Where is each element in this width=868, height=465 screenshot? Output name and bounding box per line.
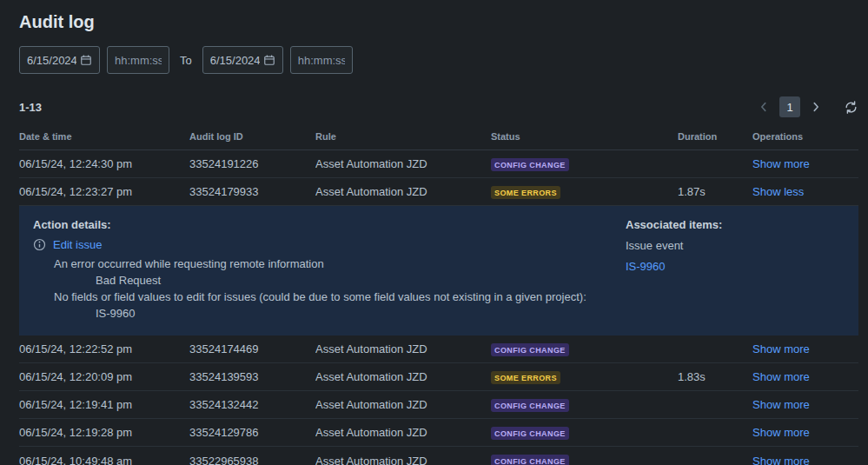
refresh-icon[interactable] <box>844 100 858 115</box>
calendar-icon[interactable] <box>263 54 275 66</box>
show-more-link[interactable]: Show more <box>752 398 810 411</box>
page-title: Audit log <box>19 12 858 32</box>
cell-datetime: 06/15/24, 12:24:30 pm <box>19 157 189 170</box>
audit-log-page: Audit log To 1-13 1 <box>0 0 868 465</box>
cell-rule: Asset Automation JZD <box>315 185 491 198</box>
status-badge: CONFIG CHANGE <box>491 455 569 465</box>
header-date-time: Date & time <box>19 131 189 142</box>
show-more-link[interactable]: Show more <box>752 455 810 465</box>
page-number-button[interactable]: 1 <box>779 96 800 117</box>
cell-duration: 1.83s <box>678 370 752 383</box>
cell-audit-log-id: 33524174469 <box>189 342 315 355</box>
cell-datetime: 06/15/24, 12:22:52 pm <box>19 342 189 355</box>
table-row: 06/15/24, 12:20:09 pm 33524139593 Asset … <box>19 363 858 391</box>
cell-rule: Asset Automation JZD <box>315 398 491 411</box>
cell-datetime: 06/15/24, 12:19:41 pm <box>19 398 189 411</box>
cell-datetime: 06/15/24, 12:19:28 pm <box>19 426 189 439</box>
status-badge: CONFIG CHANGE <box>491 427 569 440</box>
chevron-left-icon[interactable] <box>753 96 774 117</box>
error-message-line: No fields or field values to edit for is… <box>54 289 586 305</box>
cell-rule: Asset Automation JZD <box>315 455 491 465</box>
cell-operations: Show more <box>752 426 858 439</box>
cell-rule: Asset Automation JZD <box>315 342 491 355</box>
calendar-icon[interactable] <box>80 54 92 66</box>
cell-rule: Asset Automation JZD <box>315 157 491 170</box>
to-label: To <box>176 54 195 67</box>
cell-audit-log-id: 33522965938 <box>189 455 315 465</box>
table-row: 06/15/24, 12:22:52 pm 33524174469 Asset … <box>19 335 858 363</box>
table-row: 06/15/24, 12:19:41 pm 33524132442 Asset … <box>19 391 858 419</box>
to-date-input[interactable] <box>210 54 260 67</box>
from-time-field[interactable] <box>107 46 169 74</box>
results-pagination-row: 1-13 1 <box>19 96 858 117</box>
status-badge: CONFIG CHANGE <box>491 343 569 356</box>
header-status: Status <box>491 131 678 142</box>
from-time-input[interactable] <box>115 54 162 67</box>
date-filter-row: To <box>19 46 858 74</box>
header-duration: Duration <box>678 131 752 142</box>
cell-audit-log-id: 33524179933 <box>189 185 315 198</box>
action-details-label: Action details: <box>33 218 586 231</box>
status-badge: SOME ERRORS <box>491 186 560 199</box>
cell-operations: Show more <box>752 398 858 411</box>
cell-rule: Asset Automation JZD <box>315 426 491 439</box>
row-detail-panel: Action details: Edit issue An error occu… <box>19 206 858 335</box>
cell-status: CONFIG CHANGE <box>491 426 678 440</box>
action-row: Edit issue <box>33 238 586 251</box>
show-more-link[interactable]: Show more <box>752 426 810 439</box>
error-message-line: Bad Request <box>96 272 586 289</box>
table-row: 06/15/24, 12:19:28 pm 33524129786 Asset … <box>19 419 858 447</box>
cell-rule: Asset Automation JZD <box>315 370 491 383</box>
cell-datetime: 06/15/24, 12:23:27 pm <box>19 185 189 198</box>
cell-datetime: 06/15/24, 12:20:09 pm <box>19 370 189 383</box>
pagination: 1 <box>753 96 858 117</box>
cell-audit-log-id: 33524129786 <box>189 426 315 439</box>
cell-status: SOME ERRORS <box>491 370 678 384</box>
cell-operations: Show more <box>752 455 858 465</box>
cell-operations: Show more <box>752 157 858 170</box>
cell-audit-log-id: 33524191226 <box>189 157 315 170</box>
cell-datetime: 06/15/24, 10:49:48 am <box>19 455 189 465</box>
cell-status: CONFIG CHANGE <box>491 398 678 412</box>
to-time-field[interactable] <box>290 46 353 74</box>
result-range-label: 1-13 <box>19 101 42 114</box>
cell-duration: 1.87s <box>678 185 752 198</box>
cell-status: CONFIG CHANGE <box>491 157 678 171</box>
table-row: 06/15/24, 10:49:48 am 33522965938 Asset … <box>19 447 858 465</box>
status-badge: CONFIG CHANGE <box>491 399 569 412</box>
from-date-input[interactable] <box>27 54 76 67</box>
to-time-input[interactable] <box>298 54 345 67</box>
associated-item-type: Issue event <box>626 238 845 254</box>
associated-issue-link[interactable]: IS-9960 <box>626 260 666 273</box>
show-more-link[interactable]: Show more <box>752 157 810 170</box>
action-details-section: Action details: Edit issue An error occu… <box>33 218 586 322</box>
cell-operations: Show more <box>752 342 858 355</box>
to-date-field[interactable] <box>202 46 283 74</box>
header-operations: Operations <box>752 131 858 142</box>
associated-items-label: Associated items: <box>626 218 845 231</box>
associated-items-section: Associated items: Issue event IS-9960 <box>626 218 845 322</box>
show-less-link[interactable]: Show less <box>752 185 804 198</box>
status-badge: SOME ERRORS <box>491 371 560 384</box>
header-rule: Rule <box>315 131 491 142</box>
table-row: 06/15/24, 12:23:27 pm 33524179933 Asset … <box>19 178 858 206</box>
cell-status: CONFIG CHANGE <box>491 342 678 356</box>
table-row: 06/15/24, 12:24:30 pm 33524191226 Asset … <box>19 150 858 178</box>
error-message-line: IS-9960 <box>96 305 586 322</box>
cell-operations: Show more <box>752 370 858 383</box>
table-header-row: Date & time Audit log ID Rule Status Dur… <box>19 126 858 150</box>
show-more-link[interactable]: Show more <box>752 342 810 355</box>
from-date-field[interactable] <box>19 46 100 74</box>
cell-operations: Show less <box>752 185 858 198</box>
edit-issue-link[interactable]: Edit issue <box>53 238 102 251</box>
chevron-right-icon[interactable] <box>805 96 826 117</box>
status-badge: CONFIG CHANGE <box>491 158 569 171</box>
header-audit-log-id: Audit log ID <box>189 131 315 142</box>
error-message-line: An error occurred while requesting remot… <box>54 256 586 272</box>
cell-status: CONFIG CHANGE <box>491 454 678 465</box>
info-icon <box>33 238 46 251</box>
cell-audit-log-id: 33524132442 <box>189 398 315 411</box>
show-more-link[interactable]: Show more <box>752 370 810 383</box>
cell-audit-log-id: 33524139593 <box>189 370 315 383</box>
cell-status: SOME ERRORS <box>491 185 678 199</box>
